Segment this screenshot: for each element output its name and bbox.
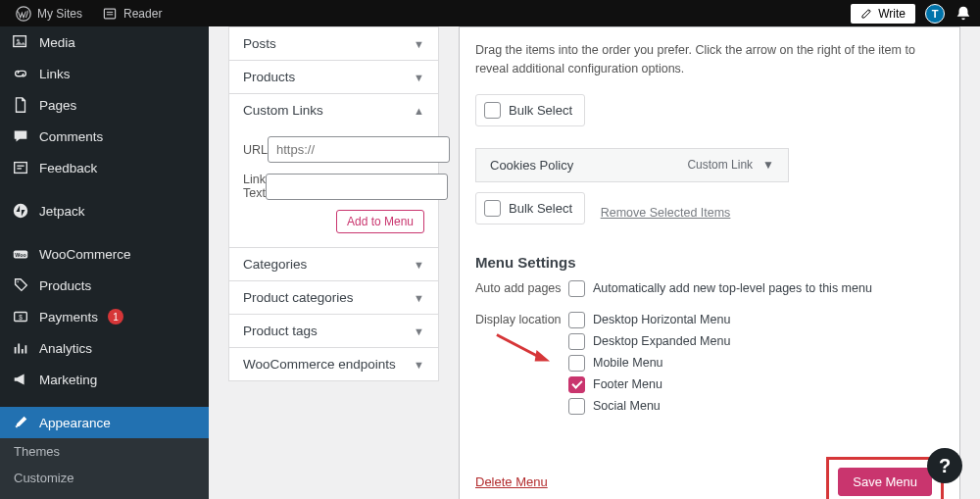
sidebar-label: Appearance (39, 416, 111, 430)
svg-rect-6 (15, 163, 27, 174)
link-text-label: Link Text (243, 173, 266, 200)
analytics-icon (12, 339, 29, 357)
bulk-select-bottom[interactable]: Bulk Select (475, 192, 585, 225)
chevron-down-icon: ▼ (414, 259, 424, 271)
sidebar-item-woocommerce[interactable]: Woo WooCommerce (0, 238, 209, 270)
submenu-themes[interactable]: Themes (0, 438, 209, 465)
sidebar-item-jetpack[interactable]: Jetpack (0, 195, 209, 226)
bell-icon[interactable] (955, 5, 972, 23)
metabox-categories-toggle[interactable]: Categories ▼ (229, 248, 438, 280)
reader-link[interactable]: Reader (94, 0, 170, 26)
auto-add-checkbox[interactable] (568, 280, 585, 297)
sidebar-item-appearance[interactable]: Appearance (0, 407, 209, 438)
save-highlight-box: Save Menu (826, 457, 944, 500)
svg-rect-4 (14, 36, 26, 47)
loc-label: Mobile Menu (593, 356, 663, 370)
submenu-widgets[interactable]: Widgets (0, 491, 209, 499)
sidebar-label: Pages (39, 98, 76, 113)
svg-text:$: $ (19, 314, 23, 321)
chevron-down-icon: ▼ (762, 158, 774, 172)
sidebar-label: Media (39, 35, 75, 50)
sidebar-item-products[interactable]: Products (0, 270, 209, 301)
loc-footer-checkbox[interactable] (568, 376, 585, 393)
chevron-up-icon: ▲ (414, 105, 424, 117)
reader-icon (102, 6, 118, 22)
sidebar-label: Products (39, 278, 91, 293)
metabox-product-tags-toggle[interactable]: Product tags ▼ (229, 315, 438, 347)
payments-icon: $ (12, 308, 29, 325)
help-fab[interactable]: ? (927, 448, 962, 483)
sidebar-item-comments[interactable]: Comments (0, 121, 209, 152)
wordpress-icon (16, 6, 31, 22)
metabox-product-categories-toggle[interactable]: Product categories ▼ (229, 281, 438, 314)
submenu-customize[interactable]: Customize (0, 465, 209, 491)
chevron-down-icon: ▼ (414, 72, 424, 83)
auto-add-option-label: Automatically add new top-level pages to… (593, 281, 872, 295)
sidebar-item-feedback[interactable]: Feedback (0, 152, 209, 183)
menu-item-type: Custom Link (687, 158, 753, 172)
sidebar-label: Feedback (39, 161, 97, 175)
bulk-select-checkbox[interactable] (484, 200, 501, 217)
url-input[interactable] (268, 136, 450, 163)
metabox-posts-toggle[interactable]: Posts ▼ (229, 27, 438, 60)
metabox-products-toggle[interactable]: Products ▼ (229, 61, 438, 93)
remove-selected-link[interactable]: Remove Selected Items (601, 206, 731, 220)
my-sites-link[interactable]: My Sites (8, 0, 90, 26)
url-label: URL (243, 143, 268, 157)
metabox-title: Product tags (243, 324, 318, 338)
admin-sidebar: Media Links Pages Comments Feedback Jetp… (0, 26, 209, 499)
save-menu-button[interactable]: Save Menu (838, 468, 932, 496)
loc-desktop-expanded-checkbox[interactable] (568, 333, 585, 350)
add-items-metaboxes: Posts ▼ Products ▼ Custom Links ▲ (228, 26, 439, 381)
sidebar-label: Analytics (39, 341, 92, 356)
sidebar-item-analytics[interactable]: Analytics (0, 332, 209, 364)
loc-desktop-horizontal-checkbox[interactable] (568, 312, 585, 328)
chevron-down-icon: ▼ (414, 38, 424, 50)
products-icon (12, 276, 29, 294)
bulk-select-checkbox[interactable] (484, 102, 501, 119)
add-to-menu-button[interactable]: Add to Menu (336, 210, 424, 233)
loc-label: Social Menu (593, 399, 661, 413)
sidebar-item-payments[interactable]: $ Payments 1 (0, 301, 209, 332)
sidebar-label: Payments (39, 310, 98, 324)
sidebar-item-media[interactable]: Media (0, 26, 209, 58)
sidebar-label: Comments (39, 129, 103, 144)
menu-settings-heading: Menu Settings (475, 254, 944, 271)
sidebar-item-links[interactable]: Links (0, 58, 209, 89)
brush-icon (12, 414, 29, 431)
svg-point-9 (14, 204, 27, 218)
loc-social-checkbox[interactable] (568, 398, 585, 415)
bulk-select-top[interactable]: Bulk Select (475, 94, 585, 126)
sidebar-item-pages[interactable]: Pages (0, 89, 209, 121)
metabox-title: Products (243, 70, 295, 84)
sidebar-label: WooCommerce (39, 247, 131, 262)
sidebar-label: Marketing (39, 373, 97, 387)
user-avatar[interactable]: T (925, 4, 945, 24)
admin-topbar: My Sites Reader Write T (0, 0, 980, 26)
loc-label: Footer Menu (593, 377, 662, 391)
chevron-down-icon: ▼ (414, 292, 424, 304)
woocommerce-icon: Woo (12, 245, 29, 263)
pen-icon (860, 7, 873, 20)
comment-icon (12, 127, 29, 145)
bulk-select-label: Bulk Select (509, 103, 572, 118)
sidebar-label: Links (39, 67, 71, 81)
metabox-custom-links-toggle[interactable]: Custom Links ▲ (229, 94, 438, 126)
payments-badge: 1 (108, 309, 123, 324)
metabox-woo-endpoints-toggle[interactable]: WooCommerce endpoints ▼ (229, 348, 438, 380)
loc-label: Desktop Expanded Menu (593, 334, 730, 348)
menu-item-cookies-policy[interactable]: Cookies Policy Custom Link ▼ (475, 148, 789, 182)
loc-mobile-checkbox[interactable] (568, 355, 585, 372)
loc-label: Desktop Horizontal Menu (593, 313, 730, 326)
metabox-title: WooCommerce endpoints (243, 357, 396, 372)
link-text-input[interactable] (266, 174, 448, 200)
write-button[interactable]: Write (851, 4, 915, 24)
menu-edit-panel: Drag the items into the order you prefer… (459, 26, 960, 499)
metabox-title: Categories (243, 257, 307, 272)
sidebar-item-marketing[interactable]: Marketing (0, 364, 209, 395)
my-sites-label: My Sites (37, 7, 82, 21)
delete-menu-link[interactable]: Delete Menu (475, 474, 548, 489)
menu-item-title: Cookies Policy (490, 158, 573, 173)
megaphone-icon (12, 371, 29, 388)
metabox-title: Custom Links (243, 103, 323, 118)
